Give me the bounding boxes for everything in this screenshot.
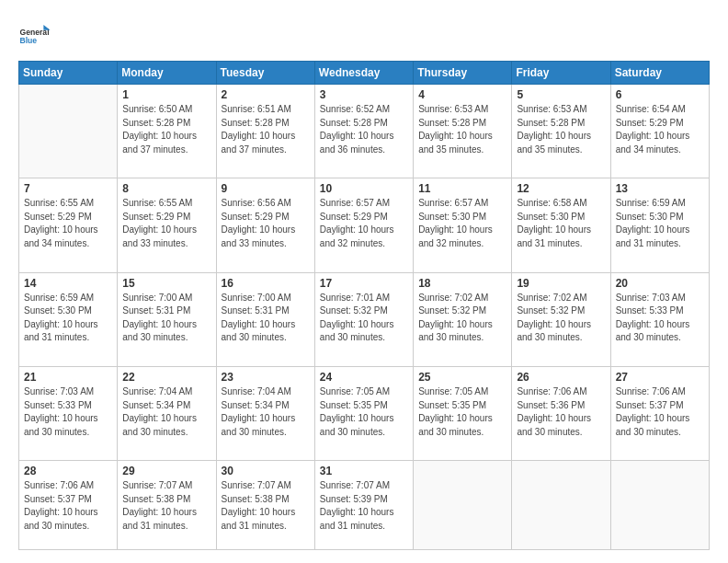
day-number: 12 xyxy=(517,182,605,195)
day-number: 16 xyxy=(222,277,310,290)
day-number: 2 xyxy=(222,88,310,101)
weekday-header-friday: Friday xyxy=(512,62,610,85)
calendar-cell: 21Sunrise: 7:03 AM Sunset: 5:33 PM Dayli… xyxy=(19,367,118,461)
day-number: 4 xyxy=(418,88,506,101)
calendar-cell: 22Sunrise: 7:04 AM Sunset: 5:34 PM Dayli… xyxy=(118,367,216,461)
week-row-1: 1Sunrise: 6:50 AM Sunset: 5:28 PM Daylig… xyxy=(19,85,710,178)
day-number: 15 xyxy=(122,277,210,290)
calendar-cell: 12Sunrise: 6:58 AM Sunset: 5:30 PM Dayli… xyxy=(512,178,610,272)
day-info: Sunrise: 7:03 AM Sunset: 5:33 PM Dayligh… xyxy=(24,385,112,439)
calendar-cell: 23Sunrise: 7:04 AM Sunset: 5:34 PM Dayli… xyxy=(216,367,314,461)
logo-icon: GeneralBlue xyxy=(18,20,51,53)
day-number: 11 xyxy=(418,182,506,195)
day-info: Sunrise: 7:07 AM Sunset: 5:39 PM Dayligh… xyxy=(320,479,408,533)
day-info: Sunrise: 6:56 AM Sunset: 5:29 PM Dayligh… xyxy=(222,197,310,250)
day-info: Sunrise: 7:03 AM Sunset: 5:33 PM Dayligh… xyxy=(616,292,704,345)
day-number: 5 xyxy=(517,88,605,101)
calendar-cell: 25Sunrise: 7:05 AM Sunset: 5:35 PM Dayli… xyxy=(414,367,512,461)
calendar-cell: 31Sunrise: 7:07 AM Sunset: 5:39 PM Dayli… xyxy=(314,461,413,550)
calendar-cell: 16Sunrise: 7:00 AM Sunset: 5:31 PM Dayli… xyxy=(216,272,314,366)
day-number: 26 xyxy=(517,371,605,384)
day-info: Sunrise: 7:05 AM Sunset: 5:35 PM Dayligh… xyxy=(418,385,506,439)
calendar-cell: 27Sunrise: 7:06 AM Sunset: 5:37 PM Dayli… xyxy=(610,367,709,461)
day-number: 20 xyxy=(616,277,704,290)
day-number: 8 xyxy=(122,182,210,195)
logo: GeneralBlue xyxy=(18,20,55,53)
day-info: Sunrise: 6:55 AM Sunset: 5:29 PM Dayligh… xyxy=(122,197,210,250)
calendar-cell xyxy=(512,461,610,550)
calendar-cell: 15Sunrise: 7:00 AM Sunset: 5:31 PM Dayli… xyxy=(118,272,216,366)
day-number: 1 xyxy=(122,88,210,101)
day-info: Sunrise: 7:06 AM Sunset: 5:37 PM Dayligh… xyxy=(616,385,704,439)
day-info: Sunrise: 7:04 AM Sunset: 5:34 PM Dayligh… xyxy=(222,385,310,439)
weekday-header-tuesday: Tuesday xyxy=(216,62,314,85)
calendar-cell xyxy=(414,461,512,550)
calendar-cell: 29Sunrise: 7:07 AM Sunset: 5:38 PM Dayli… xyxy=(118,461,216,550)
day-number: 29 xyxy=(122,465,210,477)
calendar-cell xyxy=(19,85,118,178)
week-row-4: 21Sunrise: 7:03 AM Sunset: 5:33 PM Dayli… xyxy=(19,367,710,461)
weekday-header-row: SundayMondayTuesdayWednesdayThursdayFrid… xyxy=(19,62,710,85)
calendar-cell: 2Sunrise: 6:51 AM Sunset: 5:28 PM Daylig… xyxy=(216,85,314,178)
day-number: 19 xyxy=(517,277,605,290)
calendar-cell: 8Sunrise: 6:55 AM Sunset: 5:29 PM Daylig… xyxy=(118,178,216,272)
calendar-cell: 9Sunrise: 6:56 AM Sunset: 5:29 PM Daylig… xyxy=(216,178,314,272)
weekday-header-saturday: Saturday xyxy=(610,62,709,85)
day-info: Sunrise: 7:07 AM Sunset: 5:38 PM Dayligh… xyxy=(122,479,210,533)
day-number: 25 xyxy=(418,371,506,384)
day-number: 3 xyxy=(320,88,408,101)
day-number: 22 xyxy=(122,371,210,384)
day-info: Sunrise: 6:57 AM Sunset: 5:29 PM Dayligh… xyxy=(320,197,408,250)
calendar-cell xyxy=(610,461,709,550)
day-number: 18 xyxy=(418,277,506,290)
day-number: 14 xyxy=(24,277,112,290)
calendar-cell: 5Sunrise: 6:53 AM Sunset: 5:28 PM Daylig… xyxy=(512,85,610,178)
day-number: 6 xyxy=(616,88,704,101)
week-row-3: 14Sunrise: 6:59 AM Sunset: 5:30 PM Dayli… xyxy=(19,272,710,366)
day-number: 23 xyxy=(222,371,310,384)
day-info: Sunrise: 7:01 AM Sunset: 5:32 PM Dayligh… xyxy=(320,292,408,345)
header: GeneralBlue xyxy=(18,17,710,53)
calendar-cell: 19Sunrise: 7:02 AM Sunset: 5:32 PM Dayli… xyxy=(512,272,610,366)
day-info: Sunrise: 7:02 AM Sunset: 5:32 PM Dayligh… xyxy=(418,292,506,345)
calendar-cell: 24Sunrise: 7:05 AM Sunset: 5:35 PM Dayli… xyxy=(314,367,413,461)
day-number: 17 xyxy=(320,277,408,290)
day-info: Sunrise: 7:00 AM Sunset: 5:31 PM Dayligh… xyxy=(222,292,310,345)
day-number: 10 xyxy=(320,182,408,195)
week-row-5: 28Sunrise: 7:06 AM Sunset: 5:37 PM Dayli… xyxy=(19,461,710,550)
calendar-cell: 20Sunrise: 7:03 AM Sunset: 5:33 PM Dayli… xyxy=(610,272,709,366)
day-info: Sunrise: 6:51 AM Sunset: 5:28 PM Dayligh… xyxy=(222,103,310,156)
day-info: Sunrise: 7:04 AM Sunset: 5:34 PM Dayligh… xyxy=(122,385,210,439)
page: GeneralBlue SundayMondayTuesdayWednesday… xyxy=(0,0,728,563)
calendar-cell: 4Sunrise: 6:53 AM Sunset: 5:28 PM Daylig… xyxy=(414,85,512,178)
day-number: 13 xyxy=(616,182,704,195)
calendar-cell: 28Sunrise: 7:06 AM Sunset: 5:37 PM Dayli… xyxy=(19,461,118,550)
calendar-cell: 6Sunrise: 6:54 AM Sunset: 5:29 PM Daylig… xyxy=(610,85,709,178)
day-info: Sunrise: 6:52 AM Sunset: 5:28 PM Dayligh… xyxy=(320,103,408,156)
day-info: Sunrise: 6:59 AM Sunset: 5:30 PM Dayligh… xyxy=(616,197,704,250)
calendar-cell: 18Sunrise: 7:02 AM Sunset: 5:32 PM Dayli… xyxy=(414,272,512,366)
day-number: 9 xyxy=(222,182,310,195)
weekday-header-sunday: Sunday xyxy=(19,62,118,85)
calendar-cell: 30Sunrise: 7:07 AM Sunset: 5:38 PM Dayli… xyxy=(216,461,314,550)
day-info: Sunrise: 6:50 AM Sunset: 5:28 PM Dayligh… xyxy=(122,103,210,156)
calendar-cell: 17Sunrise: 7:01 AM Sunset: 5:32 PM Dayli… xyxy=(314,272,413,366)
day-info: Sunrise: 6:58 AM Sunset: 5:30 PM Dayligh… xyxy=(517,197,605,250)
day-info: Sunrise: 7:06 AM Sunset: 5:37 PM Dayligh… xyxy=(24,479,112,533)
weekday-header-monday: Monday xyxy=(118,62,216,85)
day-number: 31 xyxy=(320,465,408,477)
day-info: Sunrise: 7:07 AM Sunset: 5:38 PM Dayligh… xyxy=(222,479,310,533)
calendar-cell: 1Sunrise: 6:50 AM Sunset: 5:28 PM Daylig… xyxy=(118,85,216,178)
day-number: 24 xyxy=(320,371,408,384)
day-info: Sunrise: 7:06 AM Sunset: 5:36 PM Dayligh… xyxy=(517,385,605,439)
day-number: 7 xyxy=(24,182,112,195)
svg-text:Blue: Blue xyxy=(19,36,37,45)
day-number: 21 xyxy=(24,371,112,384)
calendar-cell: 10Sunrise: 6:57 AM Sunset: 5:29 PM Dayli… xyxy=(314,178,413,272)
day-number: 28 xyxy=(24,465,112,477)
day-info: Sunrise: 6:53 AM Sunset: 5:28 PM Dayligh… xyxy=(517,103,605,156)
day-info: Sunrise: 7:02 AM Sunset: 5:32 PM Dayligh… xyxy=(517,292,605,345)
week-row-2: 7Sunrise: 6:55 AM Sunset: 5:29 PM Daylig… xyxy=(19,178,710,272)
day-number: 27 xyxy=(616,371,704,384)
calendar-cell: 14Sunrise: 6:59 AM Sunset: 5:30 PM Dayli… xyxy=(19,272,118,366)
